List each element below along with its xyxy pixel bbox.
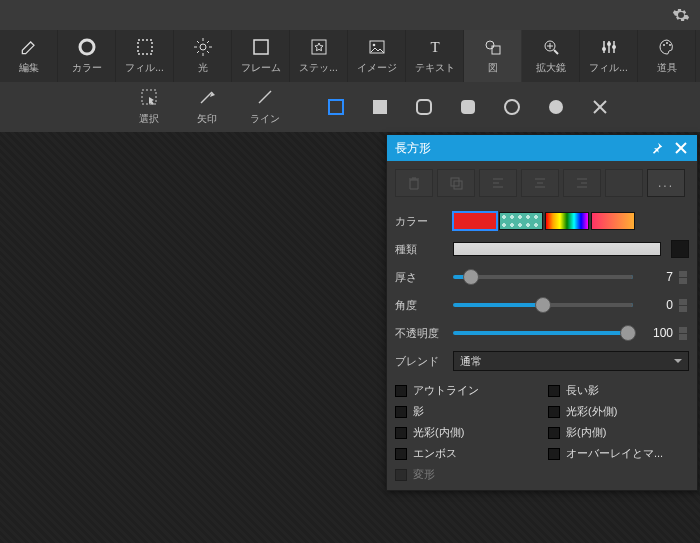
tool-filter[interactable]: フィル... <box>116 30 174 82</box>
opacity-slider[interactable] <box>453 331 633 335</box>
tool-color[interactable]: カラー <box>58 30 116 82</box>
align-left-button[interactable] <box>479 169 517 197</box>
thickness-stepper[interactable] <box>679 271 689 284</box>
tool-magnify[interactable]: 拡大鏡 <box>522 30 580 82</box>
tool-label: イメージ <box>357 61 397 75</box>
tool-tools[interactable]: 道具 <box>638 30 696 82</box>
angle-slider[interactable] <box>453 303 633 307</box>
color-row: カラー <box>395 207 689 235</box>
filter-icon <box>135 37 155 57</box>
chk-label: 長い影 <box>566 383 599 398</box>
delete-button[interactable] <box>395 169 433 197</box>
tool-light[interactable]: 光 <box>174 30 232 82</box>
subtool-label: 選択 <box>139 112 159 126</box>
stroke-type-selector[interactable] <box>453 242 661 256</box>
checkbox[interactable] <box>548 427 560 439</box>
tool-shape[interactable]: 図 <box>464 30 522 82</box>
subtool-arrow[interactable]: 矢印 <box>178 82 236 132</box>
thickness-label: 厚さ <box>395 270 447 285</box>
thickness-value: 7 <box>639 270 673 284</box>
menubar <box>0 0 700 30</box>
chk-emboss[interactable]: エンボス <box>395 446 536 461</box>
swatch-solid[interactable] <box>453 212 497 230</box>
pencil-icon <box>19 37 39 57</box>
opacity-stepper[interactable] <box>679 327 689 340</box>
gear-icon[interactable] <box>672 6 690 24</box>
chk-outline[interactable]: アウトライン <box>395 383 536 398</box>
svg-rect-45 <box>454 181 462 189</box>
svg-line-7 <box>197 41 199 43</box>
svg-line-19 <box>554 50 558 54</box>
angle-value: 0 <box>639 298 673 312</box>
checkbox[interactable] <box>548 385 560 397</box>
svg-rect-34 <box>329 100 343 114</box>
chk-overlay[interactable]: オーバーレイとマ... <box>548 446 689 461</box>
shape-circle-outline[interactable] <box>490 82 534 132</box>
shape-rect-outline[interactable] <box>314 82 358 132</box>
shape-rect-fill[interactable] <box>358 82 402 132</box>
tool-label: フレーム <box>241 61 281 75</box>
effect-checkboxes: アウトライン 長い影 影 光彩(外側) 光彩(内側) 影(内側) エンボス オー… <box>395 383 689 482</box>
duplicate-button[interactable] <box>437 169 475 197</box>
swatch-pattern[interactable] <box>499 212 543 230</box>
swatch-rainbow[interactable] <box>545 212 589 230</box>
color-label: カラー <box>395 214 447 229</box>
shape-roundrect-outline[interactable] <box>402 82 446 132</box>
svg-line-9 <box>197 51 199 53</box>
tool-label: カラー <box>72 61 102 75</box>
shapes-icon <box>483 37 503 57</box>
tool-label: 拡大鏡 <box>536 61 566 75</box>
tool-sticker[interactable]: ステッ... <box>290 30 348 82</box>
subtool-select[interactable]: 選択 <box>120 82 178 132</box>
blank-button[interactable] <box>605 169 643 197</box>
checkbox[interactable] <box>395 385 407 397</box>
blend-value: 通常 <box>460 354 482 369</box>
svg-text:T: T <box>430 39 439 55</box>
type-row: 種類 <box>395 235 689 263</box>
close-icon[interactable] <box>673 140 689 156</box>
tool-text[interactable]: T テキスト <box>406 30 464 82</box>
swatch-gradient[interactable] <box>591 212 635 230</box>
chk-label: 影 <box>413 404 424 419</box>
angle-label: 角度 <box>395 298 447 313</box>
chk-transform: 変形 <box>395 467 536 482</box>
chk-inner-shadow[interactable]: 影(内側) <box>548 425 689 440</box>
angle-stepper[interactable] <box>679 299 689 312</box>
svg-point-28 <box>663 44 665 46</box>
thickness-row: 厚さ 7 <box>395 263 689 291</box>
tool-label: テキスト <box>415 61 455 75</box>
svg-point-2 <box>200 44 206 50</box>
sun-icon <box>193 37 213 57</box>
fill-type-toggle[interactable] <box>671 240 689 258</box>
shape-subtoolbar: 選択 矢印 ライン <box>0 82 700 132</box>
tool-image[interactable]: イメージ <box>348 30 406 82</box>
checkbox[interactable] <box>548 448 560 460</box>
tool-label: ステッ... <box>299 61 337 75</box>
checkbox[interactable] <box>395 448 407 460</box>
chk-shadow[interactable]: 影 <box>395 404 536 419</box>
shape-roundrect-fill[interactable] <box>446 82 490 132</box>
subtool-line[interactable]: ライン <box>236 82 294 132</box>
align-right-button[interactable] <box>563 169 601 197</box>
pin-icon[interactable] <box>649 140 665 156</box>
shape-close[interactable] <box>578 82 622 132</box>
tool-frame[interactable]: フレーム <box>232 30 290 82</box>
more-button[interactable]: ... <box>647 169 685 197</box>
star-icon <box>309 37 329 57</box>
blend-dropdown[interactable]: 通常 <box>453 351 689 371</box>
shape-circle-fill[interactable] <box>534 82 578 132</box>
chk-outer-glow[interactable]: 光彩(外側) <box>548 404 689 419</box>
panel-header[interactable]: 長方形 <box>387 135 697 161</box>
checkbox[interactable] <box>548 406 560 418</box>
opacity-value: 100 <box>639 326 673 340</box>
checkbox[interactable] <box>395 427 407 439</box>
align-center-button[interactable] <box>521 169 559 197</box>
tool-filter2[interactable]: フィル... <box>580 30 638 82</box>
checkbox[interactable] <box>395 406 407 418</box>
chk-inner-glow[interactable]: 光彩(内側) <box>395 425 536 440</box>
checkbox <box>395 469 407 481</box>
tool-edit[interactable]: 編集 <box>0 30 58 82</box>
chk-label: アウトライン <box>413 383 479 398</box>
thickness-slider[interactable] <box>453 275 633 279</box>
chk-long-shadow[interactable]: 長い影 <box>548 383 689 398</box>
